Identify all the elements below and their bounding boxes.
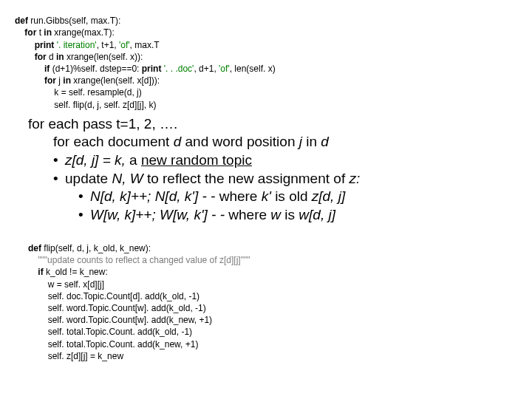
code-line: self. flip(d, j, self. z[d][j], k) bbox=[15, 100, 156, 110]
code-indent bbox=[15, 40, 35, 50]
code-line: self. total.Topic.Count. add(k_old, -1) bbox=[28, 327, 192, 337]
pseudo-line: •z[d, j] = k, a new random topic bbox=[28, 151, 532, 170]
var-zdj: z[d, j] bbox=[312, 188, 345, 204]
string-literal: 'of' bbox=[119, 40, 130, 50]
code-text: xrange(max.T): bbox=[52, 27, 115, 38]
code-line: self. word.Topic.Count[w]. add(k_new, +1… bbox=[28, 315, 212, 325]
code-text: , len(self. x) bbox=[230, 64, 276, 74]
text: for each pass t=1, 2, …. bbox=[28, 116, 177, 132]
bullet-icon: • bbox=[53, 151, 65, 170]
code-indent bbox=[15, 27, 24, 38]
var-z: z: bbox=[349, 171, 360, 186]
code-line: self. doc.Topic.Count[d]. add(k_old, -1) bbox=[28, 291, 200, 301]
bullet-icon: • bbox=[53, 170, 65, 188]
code-text: , max.T bbox=[130, 40, 160, 50]
text: where bbox=[228, 207, 270, 222]
pseudo-line: for each pass t=1, 2, …. bbox=[28, 115, 532, 134]
vars-nw: N, W bbox=[112, 171, 143, 186]
pseudo-line: for each document d and word position j … bbox=[28, 133, 532, 151]
kw-in: in bbox=[44, 27, 52, 38]
kw-print: print bbox=[142, 64, 162, 74]
kw-for: for bbox=[24, 27, 36, 38]
text: a bbox=[126, 152, 141, 168]
string-literal: '. . .doc' bbox=[161, 64, 194, 74]
slide: def run.Gibbs(self, max.T): for t in xra… bbox=[0, 0, 532, 399]
bullet-icon: • bbox=[78, 188, 90, 206]
code-indent bbox=[15, 52, 35, 62]
code-line: w = self. x[d][j] bbox=[28, 279, 104, 290]
text: is bbox=[281, 207, 299, 222]
text: where bbox=[219, 188, 262, 204]
kw-def: def bbox=[28, 243, 41, 253]
underlined-text: new random topic bbox=[141, 152, 252, 168]
code-block-rungibbs: def run.Gibbs(self, max.T): for t in xra… bbox=[15, 3, 532, 111]
code-text: j bbox=[56, 75, 63, 86]
code-text: , t+1, bbox=[97, 40, 119, 50]
code-line: self. total.Topic.Count. add(k_new, +1) bbox=[28, 339, 198, 349]
kw-for: for bbox=[44, 75, 56, 86]
code-line: k = self. resample(d, j) bbox=[15, 87, 142, 98]
code-text: flip(self, d, j, k_old, k_new): bbox=[41, 243, 151, 253]
bullet-icon: • bbox=[78, 206, 90, 225]
update-w: W[w, k]++; W[w, k'] - - bbox=[90, 207, 228, 222]
string-literal: '. iteration' bbox=[54, 40, 96, 50]
var-wdj: w[d, j] bbox=[299, 207, 335, 222]
code-block-flip: def flip(self, d, j, k_old, k_new): """u… bbox=[28, 231, 532, 362]
code-text: run.Gibbs(self, max.T): bbox=[28, 16, 120, 26]
kw-in: in bbox=[63, 75, 71, 86]
code-text: xrange(len(self. x[d])): bbox=[71, 75, 160, 86]
pseudo-line: •W[w, k]++; W[w, k'] - - where w is w[d,… bbox=[28, 206, 532, 225]
text: and word position bbox=[181, 134, 299, 149]
var-kprime: k' bbox=[262, 188, 275, 204]
code-indent bbox=[28, 255, 38, 265]
code-text: t bbox=[36, 27, 44, 38]
text: in bbox=[302, 134, 321, 149]
code-text: , d+1, bbox=[194, 64, 219, 74]
update-n: N[d, k]++; N[d, k'] - - bbox=[90, 188, 219, 204]
code-line: self. word.Topic.Count[w]. add(k_old, -1… bbox=[28, 303, 206, 313]
text: is old bbox=[275, 188, 312, 204]
code-indent bbox=[15, 75, 44, 86]
code-text: k_old != k_new: bbox=[44, 267, 108, 277]
code-text: xrange(len(self. x)): bbox=[64, 52, 143, 62]
kw-if: if bbox=[38, 267, 43, 277]
docstring: """update counts to reflect a changed va… bbox=[38, 255, 250, 265]
string-literal: 'of' bbox=[219, 64, 230, 74]
pseudocode-block: for each pass t=1, 2, …. for each docume… bbox=[28, 115, 532, 225]
code-text: d bbox=[47, 52, 56, 62]
var-d: d bbox=[174, 134, 182, 149]
code-line: self. z[d][j] = k_new bbox=[28, 351, 123, 361]
assignment: z[d, j] = k, bbox=[65, 152, 126, 168]
code-indent bbox=[15, 64, 44, 74]
code-text: (d+1)%self. dstep==0: bbox=[50, 64, 141, 74]
text: update bbox=[65, 171, 112, 186]
text: for each document bbox=[53, 134, 174, 149]
var-w: w bbox=[270, 207, 281, 222]
var-d: d bbox=[321, 134, 329, 149]
kw-for: for bbox=[35, 52, 47, 62]
kw-def: def bbox=[15, 16, 28, 26]
text: to reflect the new assignment of bbox=[143, 171, 349, 186]
kw-in: in bbox=[56, 52, 64, 62]
pseudo-line: •update N, W to reflect the new assignme… bbox=[28, 170, 532, 188]
code-indent bbox=[28, 267, 38, 277]
pseudo-line: •N[d, k]++; N[d, k'] - - where k' is old… bbox=[28, 188, 532, 206]
kw-print: print bbox=[35, 40, 55, 50]
